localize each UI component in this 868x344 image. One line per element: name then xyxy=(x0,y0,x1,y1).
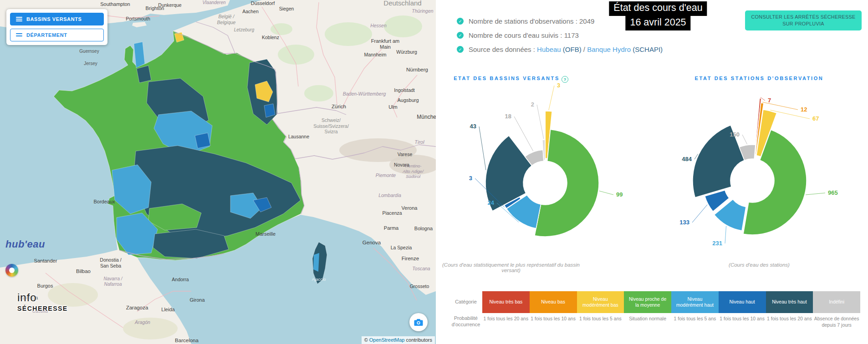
chart-title-bassins-text: ETAT DES BASSINS VERSANTS xyxy=(454,76,560,81)
bassins-versants-label: BASSINS VERSANTS xyxy=(26,16,82,22)
basin-region[interactable] xyxy=(137,66,151,83)
legend-category-cell: Niveau bas xyxy=(530,291,577,313)
legend-occurrence-cell: 1 fois tous les 20 ans xyxy=(766,315,813,328)
check-icon: ✓ xyxy=(457,32,464,39)
legend-row-label-occurrence: Probabilité d'occurrence xyxy=(449,315,482,328)
map-label: Bilbao xyxy=(76,268,91,274)
map-label: Hessen xyxy=(370,23,387,28)
donut-slice-label: 18 xyxy=(505,113,511,120)
donut-slice-label: 150 xyxy=(730,131,740,138)
legend-category-cell: Niveau modérément haut xyxy=(671,291,719,313)
label-leader-line xyxy=(692,205,707,223)
map-label: Zaragoza xyxy=(126,305,148,310)
map-label: Barcelona xyxy=(175,338,199,343)
label-leader-line xyxy=(549,86,554,110)
hubeau-link[interactable]: Hubeau xyxy=(537,46,561,53)
legend-occurrence-cell: Situation normale xyxy=(624,315,671,328)
sliders-icon xyxy=(16,32,22,38)
legend-table: CatégorieNiveau très basNiveau basNiveau… xyxy=(449,291,860,328)
label-leader-line xyxy=(537,105,544,139)
map-label: Novara xyxy=(394,162,409,167)
map-label: Aragón xyxy=(134,319,150,325)
bassins-versants-button[interactable]: BASSINS VERSANTS xyxy=(10,13,104,25)
page-title-line2: 16 avril 2025 xyxy=(625,16,690,30)
donut-chart-stations[interactable]: 71267965231133484150 xyxy=(648,81,857,259)
map-label: Navarra /Nafarroa xyxy=(103,276,123,287)
departement-button[interactable]: DÉPARTEMENT xyxy=(10,29,104,41)
corsica-basin-light[interactable] xyxy=(313,253,319,272)
map-layer-controls: BASSINS VERSANTS DÉPARTEMENT xyxy=(6,9,107,45)
landuse-patch xyxy=(325,22,372,46)
info-logo-line1: info xyxy=(17,291,68,304)
source-prefix: Source des données : xyxy=(469,46,537,53)
source-schapi: (SCHAPI) xyxy=(631,46,663,53)
source-ofb: (OFB) xyxy=(561,46,582,53)
map-label: Toscana xyxy=(412,266,430,271)
map-label: Vlaanderen xyxy=(202,0,226,5)
donut-slice-label: 231 xyxy=(712,240,722,247)
map-label: Southampton xyxy=(100,1,130,7)
map-label: Mannheim xyxy=(364,52,386,57)
donut-slice-label: 3 xyxy=(557,82,560,89)
landuse-patch xyxy=(304,85,333,101)
map-label: Piemonte xyxy=(376,172,396,178)
stat-source: ✓ Source des données : Hubeau (OFB) / Ba… xyxy=(457,46,663,53)
landuse-patch xyxy=(271,23,292,35)
map-label: Augsburg xyxy=(397,97,419,103)
map-label: Würzburg xyxy=(396,49,417,55)
label-leader-line xyxy=(742,135,747,144)
map-label: Donostia /San Seba xyxy=(100,257,121,268)
openstreetmap-link[interactable]: OpenStreetMap xyxy=(369,337,405,343)
map-label: Parma xyxy=(384,225,399,231)
chart-caption-bassins: (Cours d'eau statistiquement le plus rep… xyxy=(438,262,584,273)
map-label: Genova xyxy=(363,240,381,245)
donut-chart-bassins[interactable]: 39924343182 xyxy=(440,81,650,259)
propluvia-button[interactable]: CONSULTER LES ARRÊTÉS SÉCHERESSE SUR PRO… xyxy=(745,10,862,30)
legend-occurrence-cell: 1 fois tous les 10 ans xyxy=(530,315,577,328)
map-label: Baden-Württemberg xyxy=(343,91,386,96)
page-title: État des cours d'eau 16 avril 2025 xyxy=(609,1,707,30)
map-label: Siegen xyxy=(279,6,294,11)
departement-label: DÉPARTEMENT xyxy=(26,32,67,38)
legend-category-cell: Niveau modérément bas xyxy=(577,291,624,313)
info-logo-line2: SÉCHERESSE xyxy=(17,305,68,312)
label-leader-line xyxy=(479,126,486,170)
sliders-icon xyxy=(16,16,22,22)
donut-slice-label: 43 xyxy=(470,123,476,130)
map-label: Thüringen xyxy=(412,8,433,14)
map-label: Lombardia xyxy=(378,192,401,198)
landuse-patch xyxy=(123,318,178,339)
stat-cours-eau-text: Nombre de cours d'eau suivis : 1173 xyxy=(469,31,579,39)
map-label: Ingolstadt xyxy=(394,87,415,93)
chart-title-stations: ETAT DES STATIONS D'OBSERVATION xyxy=(661,76,857,81)
check-icon: ✓ xyxy=(457,46,464,53)
map-label: Ajaccio xyxy=(312,277,326,282)
legend-occurrence-cell: Absence de données depuis 7 jours xyxy=(813,315,860,328)
legend-occurrence-cell: 1 fois tous les 5 ans xyxy=(577,315,624,328)
map-label: Varese xyxy=(398,152,413,157)
screenshot-camera-button[interactable] xyxy=(409,313,428,331)
check-icon: ✓ xyxy=(457,18,464,25)
map-label: Letzeburg xyxy=(234,27,255,32)
legend-row-label-category: Catégorie xyxy=(449,291,482,313)
map-label: Bologna xyxy=(414,226,433,231)
map-label: Zürich xyxy=(332,104,346,109)
banque-hydro-link[interactable]: Banque Hydro xyxy=(587,46,631,53)
donut-slice-label: 12 xyxy=(801,106,807,113)
legend-category-cell: Indéfini xyxy=(813,291,860,313)
legend-occurrence-cell: 1 fois tous les 5 ans xyxy=(671,315,719,328)
map-label: Düsseldorf xyxy=(251,0,276,6)
map-label: België /Belgique xyxy=(217,14,236,25)
map-label: München xyxy=(417,114,436,120)
legend-category-cell: Niveau très bas xyxy=(482,291,530,313)
donut-slice-label: 484 xyxy=(682,156,692,162)
map-label: Aachen xyxy=(242,9,259,14)
stat-stations-text: Nombre de stations d'observations : 2049 xyxy=(469,17,594,25)
donut-slice-label: 133 xyxy=(679,219,689,226)
attribution-prefix: © xyxy=(364,337,369,343)
chart-caption-stations: (Cours d'eau des stations) xyxy=(691,262,827,268)
donut-slice-label: 2 xyxy=(531,101,534,108)
basin-region[interactable] xyxy=(195,133,210,148)
donut-slice-label: 99 xyxy=(616,191,623,198)
stat-cours-eau: ✓ Nombre de cours d'eau suivis : 1173 xyxy=(457,31,663,39)
